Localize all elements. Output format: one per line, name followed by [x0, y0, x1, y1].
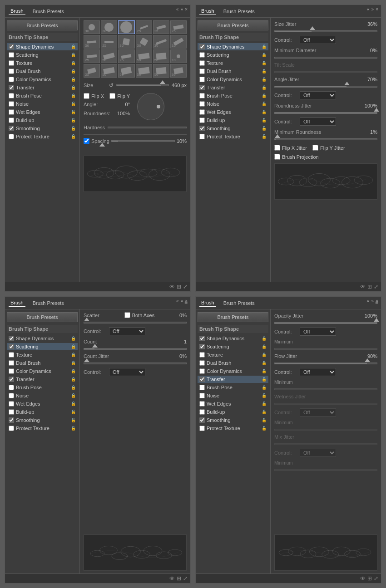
grid-icon-3[interactable]: ⊞	[177, 575, 181, 582]
sidebar-item-protect-texture-2[interactable]: Protect Texture 🔓	[198, 133, 268, 140]
checkbox-texture-1[interactable]	[9, 60, 14, 66]
sidebar-item-noise-1[interactable]: Noise 🔓	[7, 100, 78, 108]
sidebar-item-shape-dynamics-2[interactable]: Shape Dynamics 🔒	[198, 43, 268, 50]
checkbox-wet-edges-1[interactable]	[9, 109, 14, 115]
brush-thumb-4[interactable]: 25	[153, 20, 169, 34]
checkbox-brush-pose-3[interactable]	[9, 385, 14, 390]
close-icon-1[interactable]: ×	[185, 7, 188, 12]
brush-thumb-9[interactable]: 36	[136, 35, 152, 49]
sidebar-item-scattering-1[interactable]: Scattering 🔒	[7, 51, 78, 59]
checkbox-buildup-3[interactable]	[9, 409, 14, 415]
checkbox-brush-pose-2[interactable]	[199, 93, 205, 98]
wetness-jitter-slider[interactable]	[274, 403, 377, 405]
sidebar-item-texture-3[interactable]: Texture 🔒	[7, 351, 78, 358]
count-jitter-control-select[interactable]: Off	[109, 368, 145, 376]
expand-icon-1[interactable]: »	[181, 7, 183, 12]
opacity-minimum-slider[interactable]	[274, 348, 377, 350]
opacity-jitter-slider[interactable]	[274, 322, 377, 324]
brush-thumb-23[interactable]: 36	[170, 64, 187, 78]
flip-x-checkbox-1[interactable]	[84, 93, 89, 99]
checkbox-noise-3[interactable]	[9, 393, 14, 398]
checkbox-texture-3[interactable]	[9, 352, 14, 358]
roundness-jitter-slider[interactable]	[274, 112, 377, 114]
menu-icon-3[interactable]: ≡	[184, 299, 188, 305]
brush-thumb-18[interactable]: 25	[84, 64, 100, 78]
sidebar-item-color-dynamics-3[interactable]: Color Dynamics 🔒	[7, 368, 78, 375]
scatter-control-select[interactable]: Off	[109, 327, 145, 335]
sidebar-item-transfer-2[interactable]: Transfer 🔒	[198, 84, 268, 91]
checkbox-transfer-2[interactable]	[199, 85, 205, 90]
checkbox-dual-brush-1[interactable]	[9, 69, 14, 74]
checkbox-shape-dynamics-1[interactable]	[9, 44, 14, 49]
scatter-slider[interactable]	[84, 322, 187, 323]
sidebar-item-buildup-3[interactable]: Build-up 🔓	[7, 408, 78, 416]
close-icon-2[interactable]: ×	[376, 7, 378, 12]
brush-thumb-11[interactable]: 32	[170, 35, 187, 49]
preset-button-1[interactable]: Brush Presets	[7, 20, 78, 30]
grid-icon-2[interactable]: ⊞	[367, 284, 372, 290]
angle-jitter-control-select[interactable]: Off	[300, 91, 336, 99]
sidebar-item-protect-texture-3[interactable]: Protect Texture 🔓	[7, 425, 78, 432]
checkbox-brush-pose-4[interactable]	[199, 385, 205, 390]
checkbox-protect-texture-2[interactable]	[199, 134, 205, 139]
checkbox-wet-edges-3[interactable]	[9, 401, 14, 407]
brush-thumb-6[interactable]: 36	[84, 35, 100, 49]
mix-minimum-slider[interactable]	[274, 469, 377, 471]
expand-icon-4[interactable]: »	[371, 299, 374, 304]
checkbox-dual-brush-2[interactable]	[199, 69, 205, 74]
checkbox-scattering-2[interactable]	[199, 52, 205, 58]
both-axes-cb[interactable]	[124, 312, 130, 318]
sidebar-item-noise-3[interactable]: Noise 🔓	[7, 392, 78, 399]
roundness-jitter-control-select[interactable]: Off	[300, 118, 336, 126]
brush-thumb-22[interactable]: 50	[153, 64, 169, 78]
collapse-icon-3[interactable]: «	[176, 299, 179, 304]
sidebar-item-color-dynamics-4[interactable]: Color Dynamics 🔒	[198, 368, 268, 375]
expand-icon-3[interactable]: »	[181, 299, 183, 304]
tab-brush-3[interactable]: Brush	[9, 299, 25, 307]
tab-brush-presets-2[interactable]: Brush Presets	[222, 8, 257, 15]
sidebar-item-transfer-3[interactable]: Transfer 🔒	[7, 376, 78, 383]
hardness-slider-1[interactable]	[108, 127, 187, 128]
sidebar-item-smoothing-2[interactable]: Smoothing 🔓	[198, 125, 268, 132]
sidebar-item-protect-texture-1[interactable]: Protect Texture 🔓	[7, 133, 78, 140]
checkbox-transfer-1[interactable]	[9, 85, 14, 90]
checkbox-texture-4[interactable]	[199, 352, 205, 358]
brush-thumb-20[interactable]: 50	[118, 64, 134, 78]
mix-control-select[interactable]: Off	[300, 449, 336, 457]
checkbox-brush-pose-1[interactable]	[9, 93, 14, 98]
sidebar-item-scattering-3[interactable]: Scattering 🔒	[7, 343, 78, 350]
sidebar-item-buildup-2[interactable]: Build-up 🔓	[198, 117, 268, 124]
grid-icon-4[interactable]: ⊞	[367, 575, 372, 582]
flow-jitter-control-select[interactable]: Off	[300, 368, 336, 376]
checkbox-smoothing-3[interactable]	[9, 417, 14, 423]
brush-thumb-13[interactable]: 50	[101, 49, 117, 63]
checkbox-protect-texture-1[interactable]	[9, 134, 14, 139]
sidebar-item-shape-dynamics-3[interactable]: Shape Dynamics 🔒	[7, 335, 78, 342]
checkbox-shape-dynamics-4[interactable]	[199, 336, 205, 341]
brush-thumb-21[interactable]: 50	[136, 64, 152, 78]
flip-y-checkbox-1[interactable]	[109, 93, 115, 99]
preset-button-3[interactable]: Brush Presets	[7, 312, 78, 322]
sidebar-item-wet-edges-1[interactable]: Wet Edges 🔓	[7, 108, 78, 116]
checkbox-color-dynamics-4[interactable]	[199, 368, 205, 374]
reset-size-1[interactable]: ↺	[109, 82, 114, 88]
checkbox-shape-dynamics-2[interactable]	[199, 44, 205, 49]
checkbox-wet-edges-2[interactable]	[199, 109, 205, 115]
sidebar-item-dual-brush-3[interactable]: Dual Brush 🔒	[7, 359, 78, 367]
collapse-icon-4[interactable]: «	[367, 299, 370, 304]
sidebar-item-transfer-4[interactable]: Transfer 🔒	[198, 376, 268, 383]
checkbox-noise-1[interactable]	[9, 101, 14, 107]
sidebar-item-dual-brush-2[interactable]: Dual Brush 🔒	[198, 68, 268, 75]
sidebar-item-color-dynamics-1[interactable]: Color Dynamics 🔒	[7, 76, 78, 83]
min-roundness-slider[interactable]	[274, 138, 377, 140]
angle-jitter-slider[interactable]	[274, 86, 377, 88]
brush-thumb-15[interactable]: 50	[136, 49, 152, 63]
checkbox-dual-brush-4[interactable]	[199, 360, 205, 366]
sidebar-section-brush-tip-3[interactable]: Brush Tip Shape	[7, 325, 78, 333]
eye-icon-1[interactable]: 👁	[169, 284, 175, 290]
sidebar-item-transfer-1[interactable]: Transfer 🔒	[7, 84, 78, 91]
size-jitter-control-select[interactable]: Off	[300, 36, 336, 44]
brush-thumb-5[interactable]: 25	[170, 20, 187, 34]
flow-jitter-slider[interactable]	[274, 363, 377, 364]
size-slider-track-1[interactable]	[116, 84, 169, 86]
